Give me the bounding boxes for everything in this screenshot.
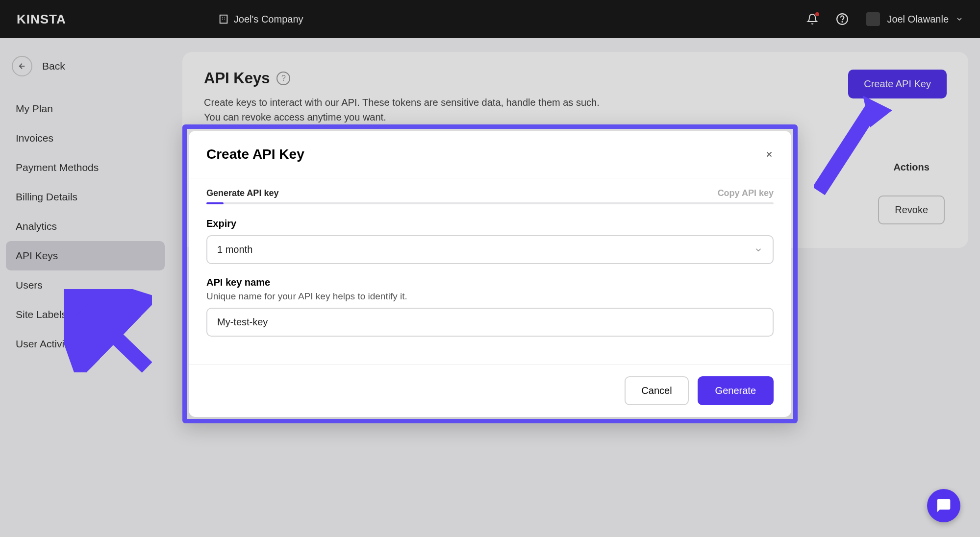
building-icon: [218, 14, 229, 24]
sidebar-item-api-keys[interactable]: API Keys: [6, 241, 165, 270]
sidebar-item-invoices[interactable]: Invoices: [6, 123, 165, 153]
revoke-button[interactable]: Revoke: [878, 195, 945, 224]
api-key-name-label: API key name: [206, 277, 774, 288]
chevron-down-icon: [754, 245, 763, 254]
sidebar-item-billing-details[interactable]: Billing Details: [6, 182, 165, 212]
cancel-button[interactable]: Cancel: [625, 376, 688, 405]
user-name-label: Joel Olawanle: [887, 14, 949, 25]
help-button[interactable]: [836, 13, 849, 25]
arrow-left-icon: [18, 62, 26, 71]
company-name: Joel's Company: [234, 14, 303, 25]
svg-point-6: [842, 22, 843, 22]
chat-icon: [936, 498, 952, 513]
notifications-button[interactable]: [806, 13, 818, 25]
user-menu[interactable]: Joel Olawanle: [866, 12, 963, 26]
expiry-label: Expiry: [206, 218, 774, 229]
page-description: Create keys to interact with our API. Th…: [204, 95, 600, 124]
modal-highlight-frame: Create API Key Generate API key Copy API…: [182, 124, 798, 423]
sidebar-item-payment-methods[interactable]: Payment Methods: [6, 153, 165, 182]
chevron-down-icon: [955, 15, 963, 23]
sidebar-item-user-activity[interactable]: User Activity: [6, 329, 165, 359]
sidebar-item-analytics[interactable]: Analytics: [6, 212, 165, 241]
actions-column-header: Actions: [878, 149, 945, 186]
api-key-name-input[interactable]: [206, 308, 774, 337]
sidebar-item-site-labels[interactable]: Site Labels: [6, 300, 165, 329]
page-title: API Keys: [204, 70, 270, 87]
expiry-select[interactable]: 1 month: [206, 235, 774, 264]
create-api-key-button[interactable]: Create API Key: [848, 70, 947, 98]
company-selector[interactable]: Joel's Company: [218, 14, 303, 25]
close-icon: [765, 150, 774, 159]
expiry-value: 1 month: [217, 244, 252, 255]
api-key-name-sublabel: Unique name for your API key helps to id…: [206, 291, 774, 302]
sidebar-item-my-plan[interactable]: My Plan: [6, 94, 165, 123]
modal-title: Create API Key: [206, 146, 304, 162]
svg-rect-0: [220, 15, 227, 24]
step-generate-label: Generate API key: [206, 188, 278, 198]
step-progress-bar: [206, 202, 774, 204]
create-api-key-modal: Create API Key Generate API key Copy API…: [189, 131, 791, 417]
help-tooltip-icon[interactable]: ?: [276, 72, 290, 85]
kinsta-logo: KINSTA: [17, 12, 66, 27]
modal-close-button[interactable]: [765, 150, 774, 159]
help-icon: [836, 13, 849, 25]
generate-button[interactable]: Generate: [698, 376, 774, 405]
avatar: [866, 12, 880, 26]
intercom-chat-button[interactable]: [927, 489, 960, 522]
top-header: KINSTA Joel's Company Joel Olawanle: [0, 0, 980, 38]
back-button[interactable]: Back: [6, 50, 165, 88]
back-label: Back: [42, 60, 65, 72]
sidebar-item-users[interactable]: Users: [6, 270, 165, 300]
sidebar: Back My Plan Invoices Payment Methods Bi…: [0, 38, 171, 537]
step-copy-label: Copy API key: [718, 188, 774, 198]
notification-dot-icon: [815, 12, 819, 16]
